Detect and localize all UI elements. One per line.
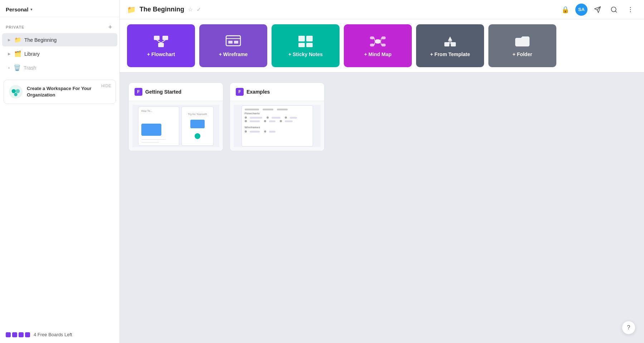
getting-started-preview: How To... Try for Y: [132, 105, 219, 147]
svg-rect-28: [381, 44, 386, 46]
svg-point-3: [14, 93, 18, 96]
more-options-button[interactable]: [624, 3, 637, 16]
flowchart-tile-label: + Flowchart: [147, 51, 175, 57]
svg-rect-21: [306, 36, 313, 41]
create-wireframe-tile[interactable]: + Wireframe: [199, 24, 267, 67]
svg-rect-27: [370, 44, 374, 46]
board-dot-2: [12, 332, 17, 337]
create-tiles-bar: + Flowchart + Wireframe + Sticky Notes: [120, 19, 644, 73]
svg-rect-26: [381, 36, 386, 39]
topbar-folder-icon: 📁: [127, 5, 136, 14]
svg-rect-19: [234, 41, 238, 44]
boards-label: 4 Free Boards Left: [34, 332, 72, 337]
trash-icon: 🗑️: [14, 64, 21, 71]
main-content: 📁 The Beginning ☆ ✓ 🔒 SA: [120, 0, 644, 343]
folder-header: F Examples: [230, 83, 324, 101]
svg-rect-16: [226, 36, 240, 46]
star-icon[interactable]: ☆: [188, 6, 193, 13]
svg-point-9: [630, 9, 631, 10]
help-button[interactable]: ?: [622, 321, 635, 334]
folder-tile-label: + Folder: [513, 51, 532, 57]
svg-marker-33: [448, 36, 452, 41]
folder-name: Examples: [247, 89, 270, 95]
library-icon: 🗂️: [14, 50, 21, 57]
page-title: The Beginning: [140, 6, 184, 13]
folder-name: Getting Started: [145, 89, 181, 95]
sidebar-item-library[interactable]: ▶ 🗂️ Library: [2, 47, 117, 60]
topbar: 📁 The Beginning ☆ ✓ 🔒 SA: [120, 0, 644, 19]
folder-card-getting-started[interactable]: F Getting Started How To...: [128, 83, 223, 151]
create-template-tile[interactable]: + From Template: [416, 24, 484, 67]
create-mindmap-tile[interactable]: + Mind Map: [344, 24, 412, 67]
sidebar-item-trash[interactable]: ● 🗑️ Trash: [2, 61, 117, 74]
create-folder-tile[interactable]: + Folder: [488, 24, 556, 67]
svg-point-2: [16, 89, 20, 93]
examples-inner: Flowcharts: [241, 105, 313, 146]
send-button[interactable]: [591, 3, 604, 16]
template-icon: [441, 34, 459, 49]
svg-rect-11: [154, 36, 160, 40]
folder-icon: 📁: [14, 36, 21, 43]
mindmap-tile-label: + Mind Map: [364, 51, 392, 57]
svg-line-7: [615, 11, 617, 12]
content-area: F Getting Started How To...: [120, 73, 644, 343]
folder-preview: Flowcharts: [230, 101, 324, 151]
lock-button[interactable]: 🔒: [559, 3, 572, 16]
board-dot-4: [25, 332, 30, 337]
item-caret-icon: ▶: [8, 38, 11, 42]
preview-right-thumb: Try for Yourself!: [181, 106, 214, 146]
item-caret-icon: ▶: [8, 52, 11, 56]
sidebar-item-the-beginning[interactable]: ▶ 📁 The Beginning: [2, 33, 117, 46]
wireframe-icon: [225, 34, 242, 49]
svg-rect-23: [306, 43, 313, 47]
board-dot-3: [19, 332, 24, 337]
add-private-button[interactable]: +: [107, 24, 114, 31]
ex-row-4: [245, 130, 310, 133]
svg-rect-18: [228, 41, 233, 44]
sidebar-footer: 4 Free Boards Left: [0, 326, 119, 343]
ex-row-3: [245, 120, 310, 122]
svg-rect-22: [298, 43, 305, 47]
folder-header: F Getting Started: [129, 83, 223, 101]
svg-line-15: [161, 40, 165, 43]
promo-hide-button[interactable]: HIDE: [101, 84, 111, 88]
item-caret-icon: ●: [8, 66, 10, 70]
svg-rect-12: [162, 36, 168, 40]
svg-line-14: [157, 40, 161, 43]
svg-line-29: [374, 38, 375, 41]
search-button[interactable]: [608, 3, 620, 16]
folder-badge-f: F: [236, 88, 244, 96]
avatar[interactable]: SA: [575, 4, 587, 16]
svg-line-30: [381, 38, 381, 41]
svg-point-10: [630, 11, 631, 12]
svg-point-8: [630, 7, 631, 8]
ex-label-flowcharts: Flowcharts: [245, 112, 310, 115]
ex-row-2: [245, 116, 310, 119]
folder-badge-f: F: [135, 88, 142, 96]
create-flowchart-tile[interactable]: + Flowchart: [127, 24, 195, 67]
svg-rect-24: [375, 39, 381, 44]
wireframe-tile-label: + Wireframe: [219, 51, 248, 57]
template-tile-label: + From Template: [430, 51, 470, 57]
sidebar: Personal ▾ PRIVATE + ▶ 📁 The Beginning ▶…: [0, 0, 120, 343]
boards-dots: [6, 332, 30, 337]
mindmap-icon: [369, 34, 386, 49]
svg-line-31: [374, 42, 375, 45]
create-sticky-tile[interactable]: + Sticky Notes: [272, 24, 340, 67]
svg-point-36: [448, 40, 452, 44]
workspace-promo-icon: [9, 85, 23, 99]
sidebar-header[interactable]: Personal ▾: [0, 0, 119, 17]
folder-create-icon: [514, 34, 531, 49]
folders-grid: F Getting Started How To...: [128, 83, 635, 151]
workspace-promo-text[interactable]: Create a Workspace For Your Organization: [27, 85, 111, 98]
workspace-promo: HIDE Create a Workspace For Your Organiz…: [4, 80, 116, 104]
folder-card-examples[interactable]: F Examples Flowcharts: [230, 83, 325, 151]
svg-rect-20: [298, 36, 305, 41]
board-dot-1: [6, 332, 11, 337]
flowchart-icon: [152, 34, 170, 49]
svg-point-0: [9, 85, 23, 99]
account-caret-icon: ▾: [30, 7, 33, 12]
ex-label-wireframes: Wireframes: [245, 126, 310, 129]
account-title: Personal: [6, 6, 28, 13]
svg-rect-13: [158, 43, 164, 47]
